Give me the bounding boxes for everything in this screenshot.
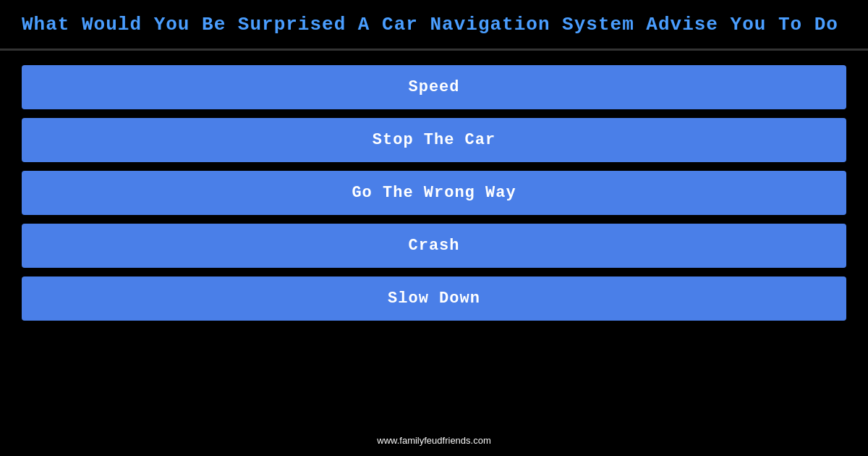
answer-button-5[interactable]: Slow Down [22,276,846,321]
answer-button-3[interactable]: Go The Wrong Way [22,171,846,215]
answer-button-4[interactable]: Crash [22,224,846,268]
footer-section: www.familyfeudfriends.com [0,434,868,447]
answers-container: SpeedStop The CarGo The Wrong WayCrashSl… [0,51,868,328]
header-section: What Would You Be Surprised A Car Naviga… [0,0,868,51]
page-title: What Would You Be Surprised A Car Naviga… [22,13,846,38]
footer-url: www.familyfeudfriends.com [377,435,491,446]
answer-button-1[interactable]: Speed [22,65,846,109]
answer-button-2[interactable]: Stop The Car [22,118,846,162]
